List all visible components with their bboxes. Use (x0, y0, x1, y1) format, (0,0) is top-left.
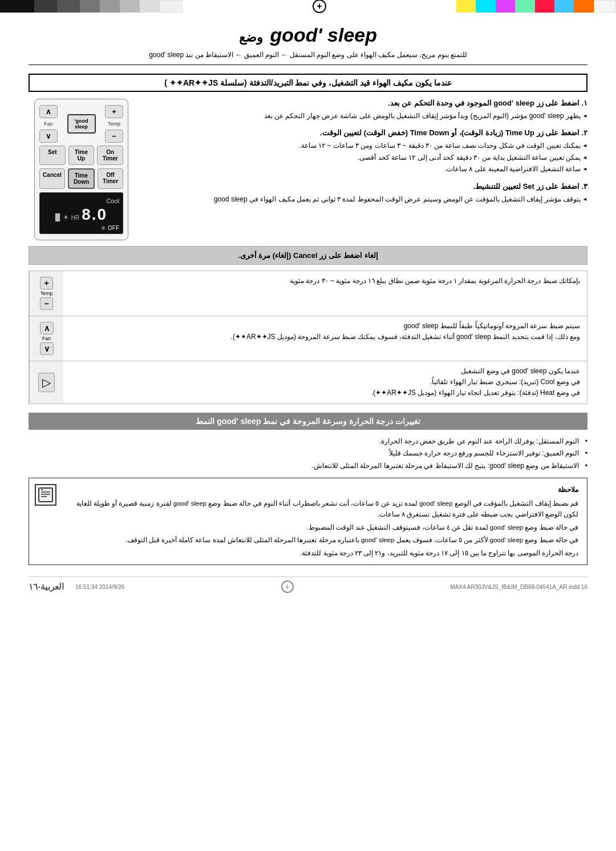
step2-bullet3: ساعة التشغيل الافتراضية المعينة على ٨ سا… (140, 163, 587, 175)
cancel-section: إلغاء اضغط على زر Cancel (إلغاء) مرة أخر… (29, 246, 587, 265)
step3: ٣. اضغط على زر Set لتعيين للتنشيط. يتوقف… (140, 182, 587, 205)
section2-bullet2: النوم العميق: توفير الاسترخاء للجسم ورفع… (29, 447, 587, 460)
temp-icon-minus: − (40, 297, 52, 310)
note-box: ملاحظة قم بضبط إيقاف التشغيل بالمؤقت في … (29, 478, 587, 565)
on-timer-btn[interactable]: On Timer (97, 146, 123, 165)
section2-bullet1: النوم المستقل: يوفرلك الراحة عند النوم ع… (29, 435, 587, 448)
info-airflow-label: ▷ (29, 361, 63, 404)
top-bar-area: + (0, 0, 616, 13)
section2-bullets: النوم المستقل: يوفرلك الراحة عند النوم ع… (29, 435, 587, 473)
off-timer-btn[interactable]: Off Timer (98, 168, 123, 189)
fan-controls: ∧ Fan ∨ (39, 105, 58, 143)
airflow-icon: ▷ (38, 373, 55, 392)
step2-body: يمكنك تعيين الوقت في شكل وحدات نصف ساعة … (140, 140, 587, 175)
time-down-btn[interactable]: Time Down (68, 168, 95, 189)
remote-row-2: Off Timer Time Down Cancel (39, 168, 123, 189)
fan-icon-label: Fan (42, 336, 51, 341)
step1-note: يظهر good' sleep مؤشر (النوم المريح) وبد… (140, 110, 587, 122)
page-title-block: وضع good' sleep (29, 24, 587, 46)
step2-bullet1: يمكنك تعيين الوقت في شكل وحدات نصف ساعة … (140, 140, 587, 151)
footer-page-num: العربية-١٦ (29, 582, 64, 592)
info-row-airflow: عندما يكون good' sleep في وضع التشغيل في… (29, 361, 587, 404)
step3-title: ٣. اضغط على زر Set لتعيين للتنشيط. (140, 182, 587, 191)
good-sleep-btn[interactable]: good' sleep (67, 114, 96, 134)
note-bullet3: في حالة ضبط وضع good' sleep لأكثر من ٥ س… (62, 535, 578, 546)
remote-control-diagram: + Temp − good' sleep ∧ Fan ∨ (29, 99, 128, 240)
step1-body: يظهر good' sleep مؤشر (النوم المريح) وبد… (140, 110, 587, 122)
temp-icon-plus: + (40, 277, 52, 289)
footer-date: 2014/9/26 16:51:34 (75, 584, 124, 590)
step1: ١. اضغط على زر good' sleep الموجود في وح… (140, 99, 587, 122)
info-fan-label: ∧ Fan ∨ (29, 316, 63, 361)
note-icon (35, 484, 56, 506)
fan-label: Fan (39, 121, 58, 127)
section1-heading: عندما يكون مكيف الهواء قيد التشغيل، وفي … (29, 74, 587, 92)
temp-minus-btn[interactable]: − (105, 130, 123, 143)
registration-mark-bottom: + (281, 580, 294, 593)
svg-rect-0 (39, 488, 52, 502)
display-number: 8.0 (82, 205, 107, 224)
display-off-text: OFF (108, 225, 119, 231)
step2-title: ٢. اضغط على زر Time Up (زيادة الوقت)، أو… (140, 128, 587, 137)
time-up-btn[interactable]: Time Up (68, 146, 95, 165)
step2-bullet2: يمكن تعيين ساعة التشغيل بداية من ٣٠ دقيق… (140, 152, 587, 163)
divider-top (29, 64, 587, 65)
section2: تغييرات درجة الحرارة وسرعة المروحة في نم… (29, 413, 587, 566)
temp-label: Temp (105, 121, 123, 127)
info-row-fan: سيتم ضبط سرعة المروحة أوتوماتيكياً طبقاً… (29, 316, 587, 361)
fan-icon-up: ∧ (40, 322, 54, 334)
temp-plus-btn[interactable]: + (105, 105, 123, 118)
step3-body: يتوقف مؤشر إيقاف التشغيل بالمؤقت عن الوم… (140, 193, 587, 205)
info-boxes: بإمكانك ضبط درجة الحرارة المرغوبة بمقدار… (29, 271, 587, 404)
section2-bullet3: الاستيقاظ من وضع good' sleep: يتيح لك ال… (29, 460, 587, 473)
note-bullet1: قم بضبط إيقاف التشغيل بالمؤقت في الوضع g… (62, 498, 578, 521)
title-arabic: وضع (239, 30, 263, 45)
remote-row-1: On Timer Time Up Set (39, 146, 123, 165)
step3-bullet1: يتوقف مؤشر إيقاف التشغيل بالمؤقت عن الوم… (140, 193, 587, 205)
step1-title: ١. اضغط على زر good' sleep الموجود في وح… (140, 99, 587, 107)
info-temp-label: + Temp − (29, 271, 63, 316)
display-cool-text: Cool (43, 197, 119, 204)
set-btn[interactable]: Set (39, 146, 66, 165)
display-hr: HR (71, 215, 79, 221)
fan-down-btn[interactable]: ∨ (39, 130, 58, 143)
note-bullet2: في حالة ضبط وضع good' sleep لمدة تقل عن … (62, 522, 578, 534)
footer-file: MAX4 AR30JV&JS_IB&IM_DB68-04541A_AR.indd… (450, 584, 587, 590)
section2-heading: تغييرات درجة الحرارة وسرعة المروحة في نم… (29, 413, 587, 430)
page-footer: MAX4 AR30JV&JS_IB&IM_DB68-04541A_AR.indd… (29, 576, 587, 593)
remote-display: Cool 8.0 HR ☀ ▉ OFF ❄ (39, 192, 123, 234)
info-row-temp: بإمكانك ضبط درجة الحرارة المرغوبة بمقدار… (29, 271, 587, 316)
info-airflow-content: عندما يكون good' sleep في وضع التشغيل في… (63, 361, 587, 404)
note-bullet4: درجة الحرارة الموصى بها تتراوح ما بين ١٥… (62, 548, 578, 559)
info-temp-content: بإمكانك ضبط درجة الحرارة المرغوبة بمقدار… (63, 271, 587, 316)
intro-text: للتمتع بنوم مريح، سيعمل مكيف الهواء على … (29, 51, 587, 59)
note-content: ملاحظة قم بضبط إيقاف التشغيل بالمؤقت في … (62, 484, 578, 559)
step2: ٢. اضغط على زر Time Up (زيادة الوقت)، أو… (140, 128, 587, 175)
fan-icon-down: ∨ (40, 342, 54, 355)
note-label: ملاحظة (62, 484, 578, 495)
temp-icon-label: Temp (40, 291, 53, 296)
registration-mark-top: + (313, 0, 326, 13)
temp-controls: + Temp − (105, 105, 123, 143)
title-english: good' sleep (270, 24, 377, 46)
cancel-btn[interactable]: Cancel (39, 168, 65, 189)
fan-up-btn[interactable]: ∧ (39, 105, 58, 118)
info-fan-content: سيتم ضبط سرعة المروحة أوتوماتيكياً طبقاً… (63, 316, 587, 361)
